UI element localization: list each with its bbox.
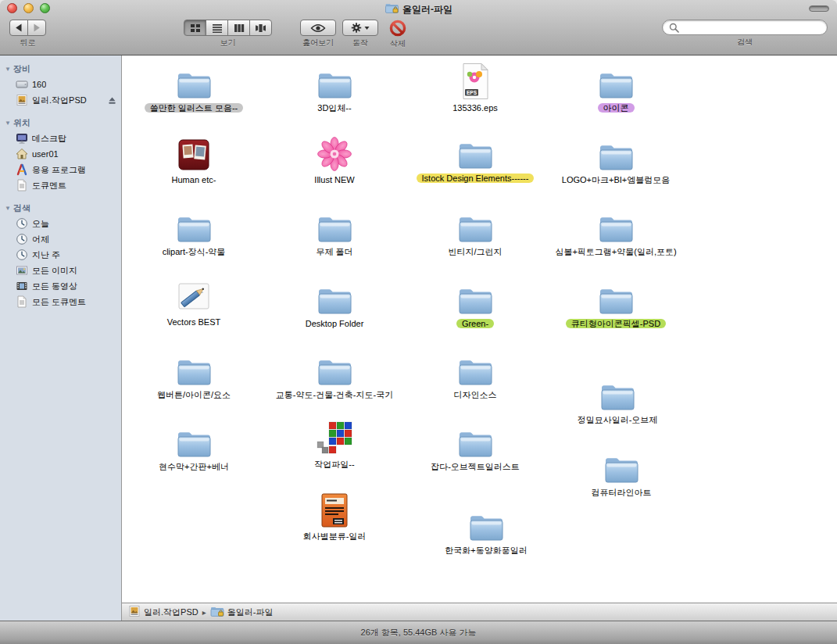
disclosure-triangle-icon[interactable]: ▼ — [5, 205, 11, 212]
docfile-icon — [16, 179, 28, 191]
file-name: LOGO+마크+BI+엠블럼모음 — [562, 174, 670, 185]
forward-button[interactable] — [27, 20, 46, 36]
sidebar-section-header[interactable]: ▼장비 — [0, 62, 121, 77]
file-item[interactable]: 컴퓨터라인아트 — [555, 445, 688, 498]
folder-icon — [176, 348, 212, 387]
delete-button[interactable] — [389, 20, 406, 37]
sidebar-item[interactable]: 오늘 — [0, 216, 121, 231]
quicklook-button[interactable] — [300, 20, 336, 36]
sidebar-item[interactable]: 160 — [0, 77, 121, 92]
eye-icon — [310, 23, 326, 33]
pathbar-item[interactable]: 일러.작업PSD — [128, 605, 199, 619]
eps-icon: EPS — [460, 61, 491, 100]
file-item[interactable]: Vectors BEST — [127, 275, 260, 327]
back-button[interactable] — [9, 20, 28, 36]
icon-view-button[interactable] — [184, 20, 206, 36]
sidebar-section-header[interactable]: ▼검색 — [0, 201, 121, 216]
list-view-button[interactable] — [206, 20, 228, 36]
file-item[interactable]: 무제 폴더 — [268, 205, 401, 257]
search-field[interactable] — [662, 20, 828, 35]
column-view-button[interactable] — [227, 20, 250, 36]
sidebar-item-label: 일러.작업PSD — [32, 95, 87, 106]
view-label: 보기 — [220, 38, 236, 48]
file-item[interactable]: Desktop Folder — [268, 277, 401, 329]
sidebar-item[interactable]: 모든 동영상 — [0, 278, 121, 294]
file-item[interactable]: 한국화+동양화풍일러 — [420, 503, 553, 556]
sidebar-item[interactable]: 모든 도큐멘트 — [0, 294, 121, 309]
file-item[interactable]: 3D입체-- — [268, 61, 401, 113]
sidebar-item-label: 오늘 — [32, 218, 49, 230]
sidebar-item[interactable]: 응용 프로그램 — [0, 162, 121, 177]
sidebar-section-title: 검색 — [13, 202, 30, 214]
file-name-text: Desktop Folder — [306, 319, 364, 328]
file-item[interactable]: 회사별분류-일러 — [268, 489, 401, 542]
orangedoc-icon — [320, 489, 349, 528]
sidebar-item[interactable]: 일러.작업PSD — [0, 92, 121, 108]
file-item[interactable]: Istock Design Elements------ — [409, 131, 542, 184]
search-icon — [669, 23, 679, 33]
sidebar-item[interactable]: 모든 이미지 — [0, 263, 121, 278]
sidebar-item[interactable]: 도큐멘트 — [0, 177, 121, 193]
disclosure-triangle-icon[interactable]: ▼ — [5, 120, 11, 127]
file-item[interactable]: 아이콘 — [549, 61, 682, 113]
file-item[interactable]: 큐티형아이콘픽셀-PSD — [549, 277, 682, 329]
finder-window: 올일러-파일 뒤로 — [0, 0, 837, 644]
file-name-text: 작업파일-- — [314, 460, 354, 469]
eject-icon[interactable] — [108, 96, 116, 105]
file-item[interactable]: Human etc- — [127, 133, 260, 185]
pathbar-item[interactable]: 올일러-파일 — [210, 606, 274, 619]
sidebar-item[interactable]: user01 — [0, 146, 121, 162]
quicklook-group: 훑어보기 — [300, 20, 336, 48]
sidebar-item-label: 도큐멘트 — [32, 180, 66, 191]
file-item[interactable]: 작업파일-- — [268, 417, 401, 470]
file-item[interactable]: 웹버튼/아이콘/요소 — [127, 348, 260, 400]
file-name: 정밀묘사일러-오브제 — [578, 414, 658, 425]
file-item[interactable]: 쓸만한 일러스트 모음-- — [127, 61, 260, 113]
disclosure-triangle-icon[interactable]: ▼ — [5, 66, 11, 73]
search-input[interactable] — [683, 23, 821, 32]
folder-icon — [599, 373, 635, 412]
flower-icon — [317, 133, 352, 172]
file-item[interactable]: 디자인소스 — [409, 348, 542, 400]
sidebar-item-label: 어제 — [32, 234, 49, 245]
sidebar-item[interactable]: 지난 주 — [0, 247, 121, 263]
file-item[interactable]: 잡다-오브젝트일러스트 — [409, 420, 542, 472]
folder-icon — [603, 445, 639, 485]
file-item[interactable]: 현수막+간판+베너 — [127, 420, 260, 472]
sidebar-item[interactable]: 데스크탑 — [0, 131, 121, 146]
file-name-text: 회사별분류-일러 — [303, 531, 367, 541]
file-item[interactable]: 교통-약도-건물-건축-지도-국기 — [268, 348, 401, 400]
close-button[interactable] — [7, 3, 17, 13]
svg-text:EPS: EPS — [467, 90, 478, 95]
action-button[interactable] — [342, 20, 378, 36]
file-name-text: 한국화+동양화풍일러 — [445, 546, 527, 555]
sidebar-item-label: 모든 동영상 — [32, 281, 77, 292]
pathbar[interactable]: 일러.작업PSD▸올일러-파일 — [122, 603, 837, 621]
file-item[interactable]: Green- — [409, 277, 542, 329]
file-item[interactable]: clipart-장식-약물 — [127, 205, 260, 257]
file-item[interactable]: Illust NEW — [268, 133, 401, 185]
file-item[interactable]: LOGO+마크+BI+엠블럼모음 — [549, 133, 682, 185]
file-name: 현수막+간판+베너 — [159, 461, 229, 472]
file-name: 한국화+동양화풍일러 — [445, 545, 527, 556]
file-item[interactable]: 빈티지/그런지 — [409, 205, 542, 257]
file-item[interactable]: 심볼+픽토그램+약물(일러,포토) — [549, 205, 682, 257]
file-name: 잡다-오브젝트일러스트 — [431, 461, 520, 472]
file-item[interactable]: 정밀묘사일러-오브제 — [551, 373, 684, 425]
file-name-text: 교통-약도-건물-건축-지도-국기 — [276, 390, 393, 399]
image-icon — [16, 264, 28, 277]
sidebar-item[interactable]: 어제 — [0, 231, 121, 247]
titlebar[interactable]: 올일러-파일 — [0, 0, 837, 17]
folder-icon — [176, 205, 212, 244]
file-area[interactable]: 쓸만한 일러스트 모음--3D입체--EPS135336.eps아이콘Human… — [122, 55, 837, 603]
delete-label: 삭제 — [390, 38, 406, 49]
minimize-button[interactable] — [23, 3, 34, 13]
sidebar-item-label: 응용 프로그램 — [32, 164, 86, 176]
file-name: clipart-장식-약물 — [163, 246, 226, 257]
coverflow-view-button[interactable] — [249, 20, 272, 36]
toolbar-toggle-button[interactable] — [809, 5, 829, 12]
sidebar-section-header[interactable]: ▼위치 — [0, 116, 121, 131]
file-item[interactable]: EPS135336.eps — [409, 61, 542, 113]
sidebar-item-label: 모든 이미지 — [32, 265, 77, 277]
zoom-button[interactable] — [40, 3, 50, 13]
